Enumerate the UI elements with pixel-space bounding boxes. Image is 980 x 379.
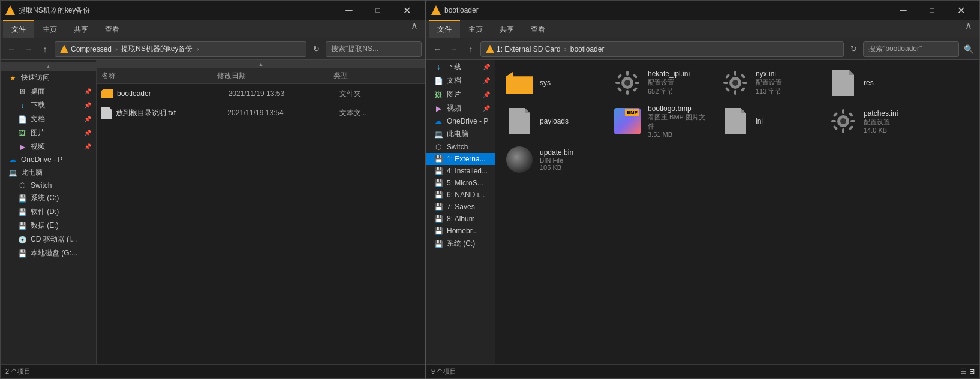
svg-rect-7 xyxy=(633,74,638,79)
ribbon-expand-left[interactable]: ∧ xyxy=(406,20,423,38)
file-name-bootloader: bootloader xyxy=(117,89,225,98)
path-part-1-left[interactable]: Compressed xyxy=(71,45,112,53)
tab-view-left[interactable]: 查看 xyxy=(97,20,128,38)
rsidebar-onedrive[interactable]: ☁ OneDrive - P xyxy=(426,115,495,127)
cd-icon: 💿 xyxy=(17,236,27,244)
grid-item-updatebin[interactable]: update.bin BIN File 105 KB xyxy=(500,142,608,178)
sidebar-item-download[interactable]: ↓ 下载 📌 xyxy=(1,98,96,112)
grid-item-payloads[interactable]: payloads xyxy=(500,101,608,142)
rsidebar-c-drive[interactable]: 💾 系统 (C:) xyxy=(426,237,495,251)
left-content-area: ▲ ★ 快速访问 🖥 桌面 📌 ↓ 下载 📌 📄 文档 📌 🖼 xyxy=(1,60,425,364)
search-box-left[interactable]: 搜索"提取NS... xyxy=(326,41,422,57)
sidebar-item-onedrive[interactable]: ☁ OneDrive - P xyxy=(1,154,96,166)
col-header-type: 类型 xyxy=(333,71,420,81)
search-box-right[interactable]: 搜索"bootloader" xyxy=(863,41,959,57)
rsd4-label: 4: Installed... xyxy=(447,167,488,175)
refresh-button-left[interactable]: ↻ xyxy=(309,42,323,56)
grid-item-nyx[interactable]: nyx.ini 配置设置 113 字节 xyxy=(716,65,824,101)
tab-share-right[interactable]: 共享 xyxy=(491,20,522,38)
pin-icon-vid: 📌 xyxy=(84,143,91,150)
back-button-right[interactable]: ← xyxy=(430,42,444,56)
rsidebar-4installed[interactable]: 💾 4: Installed... xyxy=(426,165,495,177)
sidebar-item-video[interactable]: ▶ 视频 📌 xyxy=(1,140,96,154)
rsidebar-download[interactable]: ↓ 下载 📌 xyxy=(426,60,495,74)
rsidebar-1external[interactable]: 💾 1: Externa... xyxy=(426,153,495,165)
rsidebar-switch[interactable]: ⬡ Switch xyxy=(426,141,495,153)
path-part-2-right[interactable]: bootloader xyxy=(570,45,605,53)
doc-svg-payloads xyxy=(509,108,530,134)
up-button-right[interactable]: ↑ xyxy=(464,42,478,56)
tab-file-left[interactable]: 文件 xyxy=(3,20,34,38)
tab-file-right[interactable]: 文件 xyxy=(429,20,460,38)
grid-item-bmp[interactable]: BMP bootlogo.bmp 看图王 BMP 图片文件 3.51 MB xyxy=(608,101,716,142)
back-button-left[interactable]: ← xyxy=(4,42,19,56)
tab-view-right[interactable]: 查看 xyxy=(522,20,554,38)
rsidebar-picture[interactable]: 🖼 图片 📌 xyxy=(426,88,495,101)
refresh-button-right[interactable]: ↻ xyxy=(846,42,861,56)
sidebar-item-c-drive[interactable]: 💾 系统 (C:) xyxy=(1,191,96,205)
close-button-right[interactable]: ✕ xyxy=(947,1,975,20)
bmp-size: 3.51 MB xyxy=(648,131,711,138)
rsd1-icon: 💾 xyxy=(434,155,443,163)
tab-home-right[interactable]: 主页 xyxy=(460,20,491,38)
minimize-button[interactable]: ─ xyxy=(335,1,363,20)
sidebar-item-quick-access[interactable]: ★ 快速访问 xyxy=(1,71,96,85)
updatebin-info: update.bin BIN File 105 KB xyxy=(540,148,603,171)
rsidebar-video[interactable]: ▶ 视频 📌 xyxy=(426,101,495,115)
address-path-left[interactable]: Compressed › 提取NS机器的key备份 › xyxy=(55,41,306,57)
minimize-button-right[interactable]: ─ xyxy=(889,1,917,20)
forward-button-right[interactable]: → xyxy=(447,42,461,56)
d-drive-label: 软件 (D:) xyxy=(31,207,59,217)
file-list-scroll-up[interactable]: ▲ xyxy=(97,60,425,68)
sidebar-item-cd-drive[interactable]: 💿 CD 驱动器 (I... xyxy=(1,233,96,246)
rsidebar-8album[interactable]: 💾 8: Album xyxy=(426,213,495,225)
grid-item-res[interactable]: res xyxy=(824,65,932,101)
file-item-bootloader[interactable]: bootloader 2021/11/19 13:53 文件夹 xyxy=(97,84,425,103)
sidebar-item-this-pc[interactable]: 💻 此电脑 xyxy=(1,166,96,179)
txt-icon xyxy=(101,107,112,119)
svg-rect-5 xyxy=(635,82,639,84)
rsdh-icon: 💾 xyxy=(434,227,443,235)
close-button[interactable]: ✕ xyxy=(393,1,420,20)
view-grid-icon[interactable]: ⊞ xyxy=(969,368,975,375)
tab-share-left[interactable]: 共享 xyxy=(65,20,97,38)
grid-item-ini[interactable]: ini xyxy=(716,101,824,142)
sidebar-item-desktop[interactable]: 🖥 桌面 📌 xyxy=(1,85,96,98)
svg-rect-24 xyxy=(831,120,836,122)
forward-button-left[interactable]: → xyxy=(21,42,35,56)
video-label: 视频 xyxy=(31,142,45,152)
rsidebar-5micro[interactable]: 💾 5: MicroS... xyxy=(426,177,495,189)
rsidebar-this-pc[interactable]: 💻 此电脑 xyxy=(426,127,495,141)
left-window-title: 提取NS机器的key备份 xyxy=(19,5,332,16)
address-path-right[interactable]: 1: External SD Card › bootloader xyxy=(480,41,844,57)
left-ribbon: 文件 主页 共享 查看 ∧ xyxy=(1,20,425,38)
up-button-left[interactable]: ↑ xyxy=(38,42,52,56)
maximize-button[interactable]: □ xyxy=(364,1,392,20)
left-window: 提取NS机器的key备份 ─ □ ✕ 文件 主页 共享 查看 ∧ ← → ↑ C… xyxy=(0,0,426,379)
view-list-icon[interactable]: ☰ xyxy=(961,368,967,375)
sidebar-scroll-up-left[interactable]: ▲ xyxy=(1,62,96,71)
rsd7-icon: 💾 xyxy=(434,203,443,211)
sidebar-item-switch[interactable]: ⬡ Switch xyxy=(1,179,96,191)
rsidebar-6nand[interactable]: 💾 6: NAND i... xyxy=(426,189,495,201)
ribbon-expand-right[interactable]: ∧ xyxy=(960,20,977,38)
tab-home-left[interactable]: 主页 xyxy=(34,20,65,38)
rsidebar-document[interactable]: 📄 文档 📌 xyxy=(426,74,495,88)
path-part-1-right[interactable]: 1: External SD Card xyxy=(497,45,561,53)
sidebar-item-g-drive[interactable]: 💾 本地磁盘 (G:... xyxy=(1,246,96,260)
grid-item-sys[interactable]: sys xyxy=(500,65,608,101)
grid-item-patches[interactable]: patches.ini 配置设置 14.0 KB xyxy=(824,101,932,142)
sidebar-item-picture[interactable]: 🖼 图片 📌 xyxy=(1,126,96,140)
sidebar-item-e-drive[interactable]: 💾 数据 (E:) xyxy=(1,219,96,233)
sidebar-item-document[interactable]: 📄 文档 📌 xyxy=(1,112,96,126)
file-item-readme[interactable]: 放到根目录说明.txt 2021/11/19 13:54 文本文... xyxy=(97,103,425,122)
maximize-button-right[interactable]: □ xyxy=(918,1,946,20)
left-ribbon-tabs: 文件 主页 共享 查看 ∧ xyxy=(1,20,425,38)
rsidebar-7saves[interactable]: 💾 7: Saves xyxy=(426,201,495,213)
grid-item-hekate[interactable]: hekate_ipl.ini 配置设置 652 字节 xyxy=(608,65,716,101)
search-btn-right[interactable]: 🔍 xyxy=(961,42,976,56)
cd-label: CD 驱动器 (I... xyxy=(31,234,77,245)
rsidebar-homebrew[interactable]: 💾 Homebr... xyxy=(426,225,495,237)
path-part-2-left[interactable]: 提取NS机器的key备份 xyxy=(121,44,193,54)
sidebar-item-d-drive[interactable]: 💾 软件 (D:) xyxy=(1,205,96,219)
